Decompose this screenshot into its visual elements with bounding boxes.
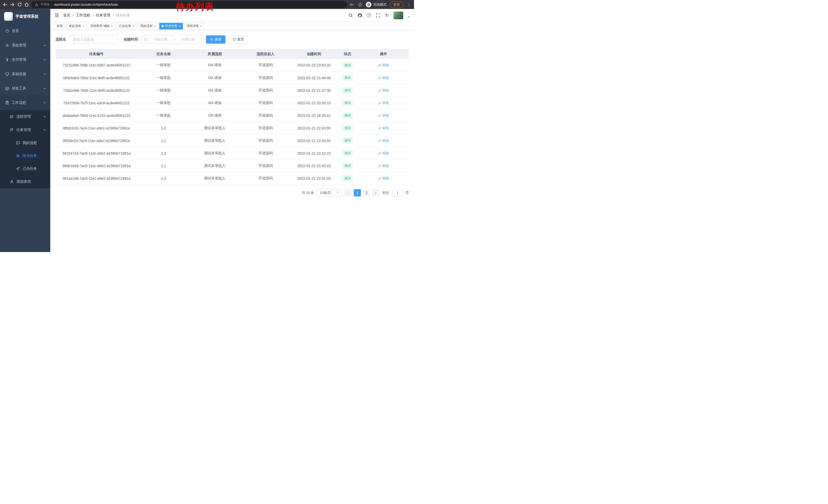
fullscreen-icon[interactable] [376, 13, 380, 18]
tab-process-form-edit[interactable]: 流程表单-编辑 × [88, 23, 115, 30]
approve-link[interactable]: 审批 [378, 126, 389, 131]
task-id-cell: 580e1b3d-7ac8-11ec-a9e2-a2380e71991a [55, 159, 137, 172]
help-icon[interactable]: ? [367, 13, 371, 17]
breadcrumb-workflow[interactable]: 工作流程 [76, 13, 90, 18]
browser-back-icon[interactable] [3, 2, 8, 7]
column-operation: 操作 [358, 49, 409, 59]
edit-pencil-icon [378, 101, 381, 104]
tab-close-icon[interactable]: × [132, 25, 134, 28]
next-page-button[interactable]: › [372, 189, 379, 196]
sidebar-item-home[interactable]: 首页 [0, 24, 50, 38]
tab-process-detail[interactable]: 流程详情 × [184, 23, 204, 30]
search-button[interactable]: 搜索 [206, 35, 225, 44]
table-row: 8f0d1619-7ac8-11ec-a9e2-a2380e71991a 1.2… [55, 122, 409, 134]
breadcrumb-separator: / [110, 13, 116, 17]
sidebar-item-process-management[interactable]: 流程管理 [0, 110, 50, 123]
approve-link-label: 审批 [382, 176, 389, 181]
sidebar-item-my-process[interactable]: 我的流程 [0, 137, 50, 149]
sidebar-item-workflow[interactable]: 工作流程 [0, 96, 50, 110]
approve-link[interactable]: 审批 [378, 151, 389, 155]
approve-link[interactable]: 审批 [378, 76, 389, 80]
edit-pencil-icon [378, 89, 381, 92]
goto-page-input[interactable] [392, 189, 403, 196]
tab-close-icon[interactable]: × [200, 25, 202, 28]
task-name-cell: 一级审批 [137, 59, 190, 72]
status-badge: 激活 [342, 150, 353, 156]
bookmark-star-icon[interactable] [358, 2, 363, 7]
chrome-menu-icon[interactable]: ⋮ [407, 2, 411, 7]
tags-view-bar: 首页 发起流程 × 流程表单-编辑 × 已办任务 × 我的流程 × 待办任务 × [50, 22, 414, 31]
tab-close-icon[interactable]: × [111, 25, 113, 28]
tab-close-icon[interactable]: × [82, 25, 84, 28]
sidebar-collapse-icon[interactable] [54, 13, 59, 18]
tab-label: 已办任务 [119, 24, 131, 28]
github-icon[interactable] [358, 13, 362, 18]
browser-reload-icon[interactable] [17, 2, 22, 7]
operation-cell: 审批 [358, 122, 409, 134]
browser-forward-icon[interactable] [10, 2, 15, 7]
sidebar-item-infrastructure[interactable]: 基础设施 [0, 67, 50, 81]
process-cell: OA 请假 [190, 59, 240, 72]
create-time-cell: 2022-01-22 21:37:30 [291, 84, 337, 97]
sidebar-item-dev-tools[interactable]: 研发工具 [0, 81, 50, 96]
breadcrumb-current: 待办任务 [116, 13, 130, 18]
approve-link[interactable]: 审批 [378, 63, 389, 67]
task-id-cell: 58154733-7ac8-11ec-a9e2-a2380e71991a [55, 147, 137, 159]
approve-link[interactable]: 审批 [378, 164, 389, 168]
sidebar-item-leave-query[interactable]: 请假查询 [0, 175, 50, 188]
initiator-cell: 芋道源码 [240, 172, 291, 185]
table-row: 725a1eb6-7b88-11ec-8ef0-acde48001122 一级审… [55, 84, 409, 97]
status-badge: 激活 [342, 125, 353, 131]
approve-link[interactable]: 审批 [378, 176, 389, 181]
tab-label: 发起流程 [69, 24, 81, 28]
sidebar-item-done-tasks[interactable]: 已办任务 [0, 162, 50, 175]
sidebar-item-payment-management[interactable]: 支付管理 [0, 53, 50, 67]
page-button-1[interactable]: 1 [354, 189, 361, 196]
sidebar-item-todo-tasks[interactable]: 待办任务 [0, 149, 50, 162]
approve-link[interactable]: 审批 [378, 88, 389, 93]
prev-page-button[interactable]: ‹ [344, 189, 352, 196]
reset-button[interactable]: 重置 [229, 35, 248, 44]
sidebar-item-label: 流程管理 [16, 114, 31, 119]
create-time-label: 创建时间 [124, 37, 138, 42]
sidebar-item-label: 请假查询 [16, 179, 31, 184]
avatar-caret-icon[interactable] [408, 16, 410, 18]
tab-label: 流程表单-编辑 [90, 24, 110, 28]
search-icon[interactable] [348, 13, 353, 18]
task-id-cell: 069c6a63-7b8a-11ec-8ef0-acde48001122 [55, 72, 137, 84]
page-size-select[interactable]: 10条/页 [317, 189, 341, 197]
not-secure-warning-icon [35, 3, 38, 6]
tab-home[interactable]: 首页 [54, 23, 65, 30]
tab-close-icon[interactable]: × [178, 25, 180, 28]
process-name-input[interactable] [69, 35, 117, 44]
font-size-icon[interactable]: TT [385, 13, 389, 17]
page-button-2[interactable]: 2 [363, 189, 370, 196]
sidebar-item-label: 基础设施 [12, 72, 26, 77]
approve-link[interactable]: 审批 [378, 113, 389, 118]
incognito-label: 无痕模式 [373, 2, 386, 7]
user-avatar[interactable] [394, 11, 403, 19]
sidebar: 芋道管理系统 首页 系统管理 支付管理 基础设施 研发工具 [0, 9, 50, 252]
create-time-cell: 2022-01-22 23:53:32 [291, 59, 337, 72]
sidebar-logo[interactable]: 芋道管理系统 [0, 9, 50, 24]
approve-link[interactable]: 审批 [378, 138, 389, 143]
tab-close-icon[interactable]: × [154, 25, 156, 28]
chevron-down-icon [43, 44, 46, 47]
initiator-cell: 芋道源码 [240, 134, 291, 147]
tab-my-process[interactable]: 我的流程 × [138, 23, 158, 30]
initiator-cell: 芋道源码 [240, 147, 291, 159]
tab-todo-tasks[interactable]: 待办任务 × [159, 23, 183, 30]
date-range-picker[interactable]: 开始日期 - 结束日期 [141, 35, 202, 44]
approve-link[interactable]: 审批 [378, 101, 389, 105]
breadcrumb-task-management[interactable]: 任务管理 [96, 13, 110, 18]
sidebar-item-task-management[interactable]: 任务管理 [0, 123, 50, 137]
sidebar-item-system-management[interactable]: 系统管理 [0, 38, 50, 53]
column-task-name: 任务名称 [137, 49, 190, 59]
status-cell: 激活 [337, 159, 358, 172]
tab-done-tasks[interactable]: 已办任务 × [117, 23, 137, 30]
breadcrumb-home[interactable]: 首页 [63, 13, 70, 18]
tab-start-process[interactable]: 发起流程 × [67, 23, 87, 30]
chrome-update-button[interactable]: 更新 [389, 1, 404, 8]
browser-home-icon[interactable] [24, 2, 29, 7]
password-key-icon[interactable] [349, 2, 355, 7]
